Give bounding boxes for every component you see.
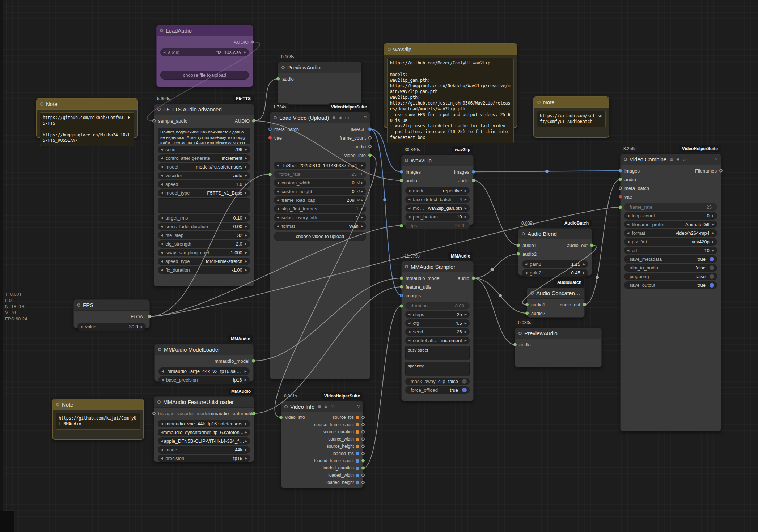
collapse-dot[interactable] — [624, 158, 627, 161]
trim-to-audio-toggle[interactable]: trim_to_audiofalse — [624, 264, 717, 272]
slot-loaded-height-output-dot[interactable] — [361, 481, 365, 484]
slot-loaded-duration-output-dot[interactable] — [361, 467, 365, 470]
node-titlebar[interactable]: MMAudio Sampler — [402, 261, 473, 272]
decrement-arrow[interactable]: ◀ — [161, 457, 163, 460]
node-titlebar[interactable]: wav2lip — [384, 44, 517, 55]
node-preview-audio-2[interactable]: 0.033sPreviewAudioaudio — [515, 328, 602, 367]
gain1-widget[interactable]: ◀gain11.15▶ — [522, 260, 588, 268]
skip-first-frames-widget[interactable]: ◀skip_first_frames1▶ — [274, 205, 366, 213]
slot-audio2-input-dot[interactable] — [525, 312, 529, 315]
decrement-arrow[interactable]: ◀ — [408, 207, 410, 210]
node-titlebar[interactable]: F5-TTS Audio advanced — [154, 104, 254, 115]
speed-widget[interactable]: ◀speed1.0▶ — [158, 180, 250, 188]
slot-float-output-dot[interactable] — [148, 315, 151, 318]
increment-arrow[interactable]: ▶ — [245, 260, 247, 263]
collapse-dot[interactable] — [77, 303, 80, 307]
toggle-pill[interactable] — [710, 265, 714, 270]
graph-canvas[interactable]: T: 0.00s I: 0 N: 18 [18] V: 76 FPS:60.24… — [0, 0, 758, 532]
loop-count-widget[interactable]: ◀loop_count0▶ — [624, 212, 717, 220]
decrement-arrow[interactable]: ◀ — [161, 378, 164, 382]
force-rate-widget[interactable]: force_rate25↺ — [274, 170, 366, 178]
decrement-arrow[interactable]: ◀ — [408, 215, 410, 218]
reroute-dot[interactable] — [383, 198, 386, 201]
slot-audio2-input-dot[interactable] — [517, 252, 520, 256]
choose-file-to-upload-button[interactable]: choose file to upload — [160, 71, 249, 80]
force-offload-toggle[interactable]: force_offloadtrue — [405, 386, 470, 394]
node-load-video[interactable]: 1.734sVideoHelperSuiteLoad Video (Upload… — [270, 112, 370, 379]
increment-arrow[interactable]: ▶ — [245, 422, 247, 425]
node-wav2lip[interactable]: 30.840swav2lipWav2Lipimagesimagesaudioau… — [401, 155, 474, 225]
node-titlebar[interactable]: Note — [534, 97, 609, 108]
slot-bigvgan-vocoder-model-input-dot[interactable] — [152, 412, 156, 415]
duration-widget[interactable]: duration8.00 — [405, 302, 470, 310]
widget-input-dot[interactable] — [400, 304, 403, 307]
increment-arrow[interactable]: ▶ — [141, 325, 143, 328]
node-f5tts[interactable]: 5.956sF5-TTSF5-TTS Audio advancedsample_… — [154, 104, 254, 286]
node-preview-audio-1[interactable]: 0.108sPreviewAudioaudio — [278, 62, 361, 105]
slot-loaded-width-output-dot[interactable] — [361, 474, 365, 477]
collapse-dot[interactable] — [40, 102, 43, 106]
save-output-toggle[interactable]: save_outputtrue — [624, 281, 717, 289]
seed-widget[interactable]: ◀seed796▶ — [158, 146, 250, 153]
node-titlebar[interactable]: Note — [37, 99, 137, 110]
increment-arrow[interactable]: ▶ — [465, 207, 467, 210]
decrement-arrow[interactable]: ◀ — [277, 164, 279, 167]
increment-arrow[interactable]: ▶ — [245, 216, 247, 220]
pad-bottom-widget[interactable]: ◀pad_bottom10▶ — [405, 213, 470, 221]
decrement-arrow[interactable]: ◀ — [408, 339, 410, 342]
seed-widget[interactable]: ◀seed26▶ — [405, 328, 470, 336]
select-every-nth-widget[interactable]: ◀select_every_nth1▶ — [274, 214, 366, 221]
prompt-text-widget[interactable] — [158, 198, 250, 213]
increment-arrow[interactable]: ▶ — [245, 457, 247, 460]
slot-source-duration-output-dot[interactable] — [361, 430, 365, 434]
mod-widget[interactable]: ◀mod...wav2lip_gan.pth▶ — [405, 204, 470, 212]
node-audio-blend[interactable]: 0.009sAudioBatchAudio Blendaudio1audio_o… — [518, 228, 592, 276]
decrement-arrow[interactable]: ◀ — [161, 370, 164, 373]
slot-image-output-dot[interactable] — [368, 128, 372, 131]
decrement-arrow[interactable]: ◀ — [277, 216, 279, 219]
decrement-arrow[interactable]: ◀ — [161, 439, 163, 443]
help-icon[interactable]: ? — [715, 157, 717, 162]
slot-vae-input-dot[interactable] — [619, 195, 622, 199]
toggle-pill[interactable] — [462, 388, 467, 392]
mask-away-clip-toggle[interactable]: mask_away_clipfalse — [405, 378, 470, 385]
combo-widget[interactable]: ◀mmaudio_vae_44k_fp16.safetensors▶ — [158, 420, 250, 427]
node-audio-concatenate[interactable]: AudioBatchAudio Concatenateaudio1audio_o… — [527, 288, 585, 318]
face-detect-batch-widget[interactable]: ◀face_detect_batch4▶ — [405, 196, 470, 203]
node-titlebar[interactable]: LoadAudio — [157, 25, 253, 36]
collapse-dot[interactable] — [274, 116, 277, 119]
increment-arrow[interactable]: ▶ — [361, 216, 363, 219]
mode-widget[interactable]: ◀mode44k▶ — [158, 446, 250, 454]
decrement-arrow[interactable]: ◀ — [161, 183, 163, 186]
increment-arrow[interactable]: ▶ — [465, 322, 467, 325]
increment-arrow[interactable]: ▶ — [245, 174, 247, 177]
decrement-arrow[interactable]: ◀ — [161, 251, 163, 254]
increment-arrow[interactable]: ▶ — [361, 164, 363, 167]
widget-input-dot[interactable] — [268, 173, 272, 176]
slot-loaded-frame-count-output-dot[interactable] — [361, 459, 365, 463]
slot-audio-output-dot[interactable] — [251, 41, 254, 44]
decrement-arrow[interactable]: ◀ — [277, 225, 279, 228]
slot-source-width-output-dot[interactable] — [361, 438, 365, 441]
save-metadata-toggle[interactable]: save_metadatatrue — [624, 255, 717, 263]
node-mmaudio-modelloader[interactable]: MMAudioMMAudio ModelLoadermmaudio_model◀… — [154, 344, 254, 382]
slot-meta-batch-input-dot[interactable] — [619, 187, 622, 190]
slot-audio-input-dot[interactable] — [513, 343, 517, 346]
decrement-arrow[interactable]: ◀ — [163, 51, 165, 54]
collapse-dot[interactable] — [157, 108, 161, 111]
base-precision-widget[interactable]: ◀base_precisionfp16▶ — [158, 376, 250, 384]
increment-arrow[interactable]: ▶ — [245, 234, 247, 237]
node-titlebar[interactable]: Wav2Lip — [402, 155, 473, 166]
node-mmaudio-featureutilsloader[interactable]: MMAudioMMAudio FeatureUtilsLoaderbigvgan… — [154, 396, 254, 462]
decrement-arrow[interactable]: ◀ — [525, 263, 527, 266]
reset-icon[interactable]: ↺ — [359, 172, 363, 176]
node-titlebar[interactable]: FPS — [74, 300, 149, 311]
node-note-mmaudio[interactable]: Notehttps://github.com/kijai/ComfyUI-MMA… — [52, 399, 144, 440]
slot-vae-input-dot[interactable] — [268, 136, 272, 140]
decrement-arrow[interactable]: ◀ — [277, 207, 279, 210]
decrement-arrow[interactable]: ◀ — [161, 191, 163, 195]
decrement-arrow[interactable]: ◀ — [161, 148, 163, 151]
help-icon[interactable]: ? — [357, 404, 360, 409]
format-widget[interactable]: ◀formatvideo/h264-mp4▶ — [624, 229, 717, 237]
node-fps[interactable]: FPSFLOAT◀value30.0▶ — [73, 299, 150, 328]
